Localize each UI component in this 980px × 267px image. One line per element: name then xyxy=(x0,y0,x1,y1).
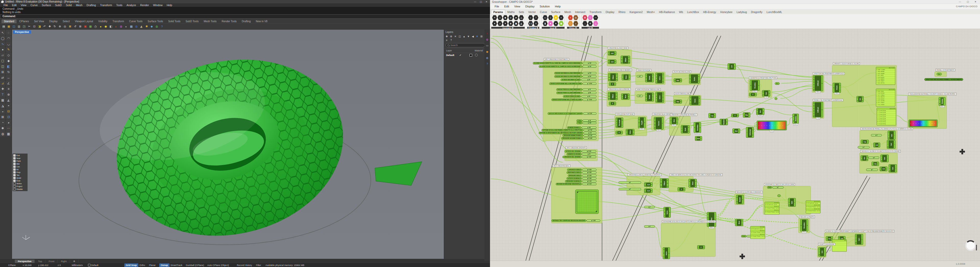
toolbar-tab-select[interactable]: Select xyxy=(60,19,72,23)
sidebar-tool-icon-3[interactable]: ◠ xyxy=(6,35,11,41)
gh-number-slider[interactable]: RAGGIO SECONDA ELLISSE DIREZIONE Y◆ 200 xyxy=(554,75,597,78)
sidebar-tool-icon-2[interactable]: ◯ xyxy=(0,35,5,41)
toolbar-tab-set-view[interactable]: Set View xyxy=(32,19,46,23)
gh-number-slider[interactable]: spessore della struttura su cui si aggan… xyxy=(548,112,597,115)
palette-rhino-icon-0[interactable]: ◖ xyxy=(568,15,573,20)
menu-drafting[interactable]: Drafting xyxy=(84,3,98,6)
gh-component-x[interactable]: FXV xyxy=(616,131,623,134)
close-button[interactable]: ✕ xyxy=(974,0,977,3)
slider-track[interactable]: ◆ 88 xyxy=(583,92,597,94)
pan-icon[interactable]: ✚ xyxy=(48,24,52,29)
history-icon[interactable]: ◷ xyxy=(94,24,98,29)
slider-track[interactable]: ◆ 0.499 xyxy=(582,177,597,180)
slider-track[interactable]: ◆ 200 xyxy=(583,75,597,78)
gh-component-lng[interactable]: LLngL xyxy=(872,162,879,166)
toolbar-tab-visibility[interactable]: Visibility xyxy=(96,19,110,23)
gh-number-slider[interactable]: SPESSORE MINIMO PANNELLI◆ 0.102 xyxy=(563,134,597,137)
sidebar-tool-icon-18[interactable]: ⊿ xyxy=(0,80,5,86)
gh-number-slider[interactable]: ◆ 2 xyxy=(636,95,643,97)
gh-tab-kangaroo2[interactable]: Kangaroo2 xyxy=(628,10,645,14)
gh-component-intcrv[interactable]: VDPKIntCrvCLD xyxy=(655,73,664,83)
gh-data-panel[interactable]: {0;0;0}0 Elliptical Curve{0;0;1}0 Closed… xyxy=(765,202,780,214)
gh-pill-struttura-per-aggancio-pannell[interactable]: STRUTTURA PER AGGANCIO PANNELLI DI RIVES… xyxy=(924,78,963,81)
slider-track[interactable]: ◆ 0 xyxy=(644,225,655,228)
gradient-tool-icon[interactable]: ◗ xyxy=(114,24,118,29)
gh-number-slider[interactable]: ◆ 0 xyxy=(644,225,655,228)
gh-component-rulesrf[interactable]: ABRuleSrfS xyxy=(736,195,744,204)
slider-track[interactable]: ◆ 100 xyxy=(583,62,597,64)
gh-gradient[interactable]: 7ms xyxy=(757,121,787,130)
gh-number-slider[interactable]: ◆ 1 xyxy=(858,146,870,149)
layers-tool-icon-5[interactable]: ▼ xyxy=(467,35,470,38)
gh-component-shift[interactable]: LSWShiftL xyxy=(788,198,796,207)
sidebar-tool-icon-27[interactable]: ◓ xyxy=(6,103,11,108)
gh-tab-dragonfly[interactable]: Dragonfly xyxy=(749,10,764,14)
paste-icon[interactable]: ◨ xyxy=(37,24,41,29)
render-sphere-icon[interactable]: ◍ xyxy=(134,24,138,29)
checkbox-perp[interactable]: ✓ xyxy=(13,171,16,173)
palette-geometry-icon-7[interactable]: ◈ xyxy=(508,21,513,26)
lamp-icon[interactable]: ◉ xyxy=(103,24,108,29)
gh-number-slider[interactable]: GRADO DI ROTAZIONE DELLA SECONDA ELLISSE… xyxy=(549,83,597,85)
zoom-selected-icon[interactable]: ⊠ xyxy=(68,24,72,29)
status-toggle-ortho[interactable]: Ortho xyxy=(139,264,145,267)
gh-tab-honeybee[interactable]: Honeybee xyxy=(718,10,735,14)
sidebar-tool-icon-6[interactable]: ● xyxy=(0,47,5,52)
gh-number-slider[interactable]: SPESSORE SEDILE◆ 0.200 xyxy=(568,174,597,177)
gh-tab-curve[interactable]: Curve xyxy=(538,10,549,14)
toolbar-tab-display[interactable]: Display xyxy=(47,19,60,23)
gh-tab-transform[interactable]: Transform xyxy=(587,10,604,14)
zoom-dynamic-icon[interactable]: ⊕ xyxy=(58,24,62,29)
menu-analyze[interactable]: Analyze xyxy=(124,3,138,6)
slider-track[interactable]: ◆ 40 xyxy=(583,120,597,122)
gh-component-preview[interactable]: GMPreview50ms xyxy=(939,97,945,106)
minimize-button[interactable]: — xyxy=(474,0,476,3)
rhino-titlebar[interactable]: Untitled - Rhino 8 Evaluation (30 Days R… xyxy=(0,0,490,3)
gh-number-slider[interactable]: X Size◆ 40 xyxy=(576,120,597,122)
checkbox-tan[interactable]: ✓ xyxy=(13,174,16,176)
gh-menu-edit[interactable]: Edit xyxy=(502,5,512,8)
gh-component-item[interactable]: LiWItemi xyxy=(888,131,896,140)
gh-number-slider[interactable]: RAGGIO TERZA ELLISSE DIREZIONE X◆ 41 xyxy=(556,88,597,91)
color-wheel-icon[interactable]: ◍ xyxy=(119,24,123,29)
sidebar-tool-icon-29[interactable]: ⊟ xyxy=(6,109,11,114)
picker-icon[interactable]: ◆ xyxy=(150,24,154,29)
gh-number-slider[interactable]: ALTEZZA SCHIENALE◆ 0.499 xyxy=(566,177,597,180)
gh-component-ellipse[interactable]: PR1R2EllipseEF1F2 xyxy=(660,178,669,188)
gh-number-slider[interactable]: ◆ 0 xyxy=(644,206,655,208)
palette-input-icon-0[interactable]: ▭ xyxy=(542,15,548,20)
gh-data-panel[interactable]: {0;0;0;0}0 Closed Brep1 Closed Brep2 Clo… xyxy=(877,108,896,125)
palette-geometry-icon-11[interactable]: ◭ xyxy=(519,21,524,26)
slider-track[interactable]: ◆ 0 xyxy=(869,157,879,159)
palette-geometry-icon-1[interactable]: ● xyxy=(492,21,497,26)
display-mode-icon[interactable]: ◐ xyxy=(124,24,128,29)
layers-tool-icon-4[interactable]: ▲ xyxy=(463,35,466,38)
osnap-quad[interactable]: ✓Quad xyxy=(13,177,27,179)
gh-number-slider[interactable]: ◆ 2 xyxy=(636,75,643,77)
gh-component-cull-i[interactable]: LIWCull iL xyxy=(855,234,863,245)
gh-canvas[interactable]: INPUT CREAZIONE DI RIVESTIMENTOINPUT CRE… xyxy=(490,29,980,261)
gh-component-loft[interactable]: COLoftL xyxy=(728,63,736,70)
gh-tab-hb-radiance[interactable]: HB-Radiance xyxy=(657,10,677,14)
print-icon[interactable]: ▥ xyxy=(17,24,21,29)
menu-transform[interactable]: Transform xyxy=(98,3,114,6)
palette-geometry-icon-4[interactable]: ◆ xyxy=(503,15,508,20)
palette-input-icon-2[interactable]: ▯ xyxy=(548,15,553,20)
help-panel-icon[interactable]: ? xyxy=(485,62,489,66)
osnap-point[interactable]: ✓Point xyxy=(13,160,27,163)
gh-pill-i[interactable]: I xyxy=(775,98,777,100)
canvas-widget-dpad[interactable] xyxy=(740,254,745,259)
viewport-label[interactable]: Perspective xyxy=(13,30,31,34)
checkbox-vertex[interactable] xyxy=(13,182,16,185)
slider-track[interactable]: ◆ 0 xyxy=(644,206,655,208)
gh-number-slider[interactable]: ALTEZZA DEL GRADINO◆ 0.506 xyxy=(565,150,596,152)
slider-track[interactable]: ◆ 1.000 xyxy=(582,156,596,158)
gh-tab-sets[interactable]: Sets xyxy=(517,10,526,14)
osnap-vertex[interactable]: Vertex xyxy=(13,182,27,185)
palette-geometry-icon-6[interactable]: ⌀ xyxy=(508,15,513,20)
rotate-view-icon[interactable]: ↻ xyxy=(52,24,57,29)
layers-tool-icon-3[interactable]: ◫ xyxy=(458,35,461,38)
gh-component-divide[interactable]: CNKDividePTt xyxy=(645,74,654,82)
gh-number-slider[interactable]: LARGHEZZA SEDILE◆ 0.600 xyxy=(567,169,597,171)
toolbar-tab-solid-tools[interactable]: Solid Tools xyxy=(166,19,183,23)
